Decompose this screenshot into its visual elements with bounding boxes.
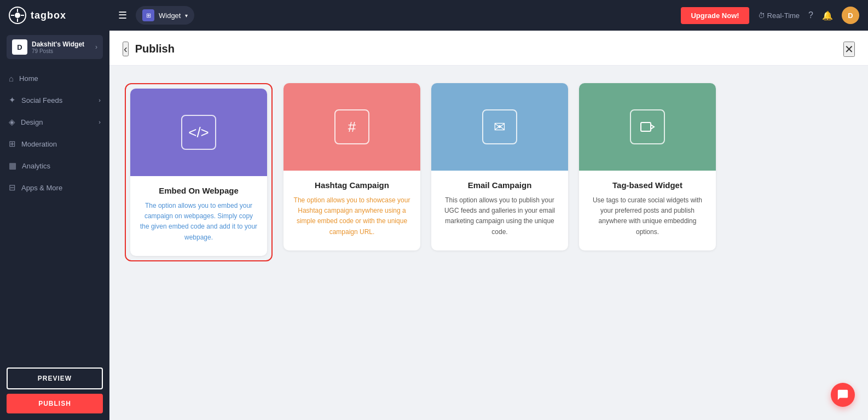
preview-button[interactable]: PREVIEW [7,368,103,389]
tagbox-logo-icon [9,7,26,24]
email-campaign-card-body: Email Campaign This option allows you to… [431,171,568,250]
widget-type-selector[interactable]: ⊞ Widget ▾ [136,6,194,25]
hashtag-campaign-desc: The option allows you to showcase your H… [292,195,412,237]
email-campaign-card[interactable]: ✉ Email Campaign This option allows you … [431,83,568,250]
widget-type-icon: ⊞ [142,9,154,21]
tag-based-widget-card-header [579,83,716,171]
svg-point-1 [15,13,20,18]
main-area: ☰ ⊞ Widget ▾ Upgrade Now! ⏱ Real-Time ? … [109,0,868,420]
tag-based-widget-desc: Use tags to curate social widgets with y… [588,195,707,237]
notification-icon[interactable]: 🔔 [822,10,833,21]
embed-icon: </> [181,115,216,150]
topbar: ☰ ⊞ Widget ▾ Upgrade Now! ⏱ Real-Time ? … [109,0,868,31]
chat-bubble[interactable] [831,383,855,407]
logo-text: tagbox [31,10,66,21]
email-campaign-title: Email Campaign [440,180,559,190]
widget-posts: 79 Posts [32,48,91,54]
widget-avatar: D [12,39,27,55]
hashtag-campaign-card-body: Hashtag Campaign The option allows you t… [283,171,420,250]
analytics-icon: ▦ [9,161,16,171]
svg-rect-6 [641,122,651,131]
social-feeds-icon: ✦ [9,95,16,105]
social-feeds-arrow-icon: › [99,97,101,103]
content-area: ‹ Publish ✕ </> Embed On Webpage The opt… [109,31,868,420]
logo: tagbox [0,0,109,31]
cards-container: </> Embed On Webpage The option allows y… [109,66,868,279]
widget-arrow-icon: › [95,43,97,51]
embed-webpage-card-body: Embed On Webpage The option allows you t… [130,176,267,256]
topbar-actions: ⏱ Real-Time ? 🔔 D [758,7,859,24]
design-icon: ◈ [9,117,15,127]
widget-type-label: Widget [159,11,181,20]
menu-icon[interactable]: ☰ [118,9,127,21]
realtime-label: Real-Time [767,11,800,20]
sidebar-item-home[interactable]: ⌂ Home [0,68,109,89]
embed-webpage-card-header: </> [130,89,267,176]
sidebar-item-moderation-label: Moderation [21,140,57,148]
tag-based-widget-card-body: Tag-based Widget Use tags to curate soci… [579,171,716,250]
sidebar-item-home-label: Home [19,74,38,83]
widget-name: Dakshit's Widget [32,40,91,48]
publish-title: Publish [135,43,175,55]
embed-webpage-desc: The option allows you to embed your camp… [139,201,258,243]
sidebar-item-social-feeds[interactable]: ✦ Social Feeds › [0,89,109,111]
email-icon: ✉ [482,109,517,144]
email-campaign-desc: This option allows you to publish your U… [440,195,559,237]
sidebar-item-design[interactable]: ◈ Design › [0,111,109,133]
hashtag-campaign-card[interactable]: # Hashtag Campaign The option allows you… [283,83,420,250]
sidebar-item-social-feeds-label: Social Feeds [21,96,62,104]
sidebar-nav: ⌂ Home ✦ Social Feeds › ◈ Design › ⊞ Mod… [0,63,109,361]
home-icon: ⌂ [9,74,14,83]
widget-info: Dakshit's Widget 79 Posts [32,40,91,54]
upgrade-button[interactable]: Upgrade Now! [681,7,749,24]
embed-webpage-title: Embed On Webpage [139,186,258,195]
moderation-icon: ⊞ [9,139,16,149]
sidebar-item-analytics-label: Analytics [22,162,50,170]
widget-type-chevron-icon: ▾ [185,13,188,19]
sidebar: tagbox D Dakshit's Widget 79 Posts › ⌂ H… [0,0,109,420]
sidebar-item-design-label: Design [21,118,43,126]
widget-selector[interactable]: D Dakshit's Widget 79 Posts › [7,35,103,59]
realtime-button[interactable]: ⏱ Real-Time [758,11,800,20]
back-button[interactable]: ‹ [123,42,129,56]
sidebar-item-apps-more-label: Apps & More [21,184,62,192]
tag-based-widget-title: Tag-based Widget [588,180,707,190]
publish-header: ‹ Publish ✕ [109,31,868,66]
realtime-icon: ⏱ [758,11,765,20]
chat-icon [837,389,849,401]
tag-based-widget-card[interactable]: Tag-based Widget Use tags to curate soci… [579,83,716,250]
tag-icon [630,109,665,144]
apps-more-icon: ⊟ [9,183,16,192]
sidebar-bottom: PREVIEW PUBLISH [0,361,109,420]
email-campaign-card-header: ✉ [431,83,568,171]
embed-webpage-card[interactable]: </> Embed On Webpage The option allows y… [130,89,267,256]
close-button[interactable]: ✕ [843,42,855,57]
design-arrow-icon: › [99,119,101,125]
user-avatar[interactable]: D [842,7,859,24]
hashtag-campaign-card-header: # [283,83,420,171]
sidebar-item-analytics[interactable]: ▦ Analytics [0,155,109,177]
sidebar-item-apps-more[interactable]: ⊟ Apps & More [0,177,109,199]
hashtag-icon: # [334,109,369,144]
publish-button[interactable]: PUBLISH [7,394,103,413]
help-icon[interactable]: ? [808,10,813,20]
hashtag-campaign-title: Hashtag Campaign [292,180,412,190]
embed-webpage-card-wrapper[interactable]: </> Embed On Webpage The option allows y… [125,83,273,261]
sidebar-item-moderation[interactable]: ⊞ Moderation [0,133,109,155]
